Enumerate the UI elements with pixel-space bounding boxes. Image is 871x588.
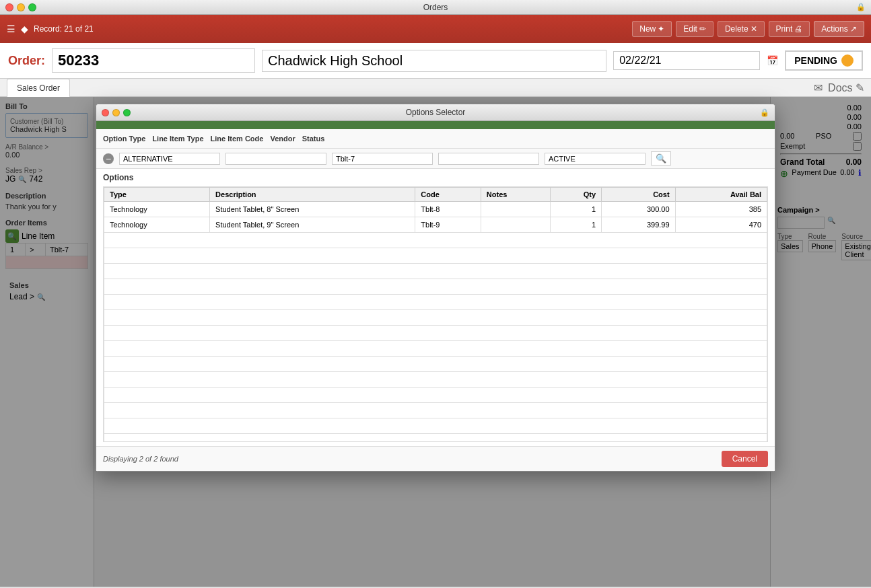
print-button[interactable]: Print 🖨: [769, 21, 810, 37]
option-row[interactable]: Technology Student Tablet, 9" Screen Tbl…: [104, 217, 767, 233]
status-label: PENDING: [794, 55, 837, 66]
tab-icons: ✉ Docs ✎: [814, 81, 864, 94]
order-label: Order:: [8, 54, 45, 68]
options-table-scroll[interactable]: Type Description Code Notes Qty Cost Ava…: [103, 186, 768, 442]
vendor-label: Vendor: [270, 135, 295, 143]
line-item-type-input[interactable]: [225, 153, 326, 165]
notes-header: Notes: [481, 188, 550, 202]
record-info: Record: 21 of 21: [34, 24, 94, 34]
cancel-button[interactable]: Cancel: [722, 451, 768, 467]
delete-label: Delete: [725, 24, 748, 34]
status-badge: PENDING: [785, 50, 863, 71]
opt-description: Student Tablet, 9" Screen: [210, 217, 415, 233]
order-number[interactable]: [52, 48, 255, 73]
order-header: Order: 📅 PENDING: [0, 43, 871, 79]
remove-filter-icon[interactable]: −: [103, 153, 114, 164]
opt-cost: 399.99: [602, 217, 676, 233]
modal-buttons: [102, 109, 131, 116]
filter-search-button[interactable]: 🔍: [651, 151, 671, 166]
nav-arrow-icon[interactable]: ◆: [21, 24, 28, 34]
modal-overlay: Options Selector 🔒 Option Type Line Item…: [0, 97, 871, 587]
options-title: Options: [103, 173, 768, 182]
new-icon: ✦: [658, 24, 664, 34]
email-icon[interactable]: ✉: [814, 81, 823, 94]
empty-row: [104, 372, 767, 388]
calendar-icon[interactable]: 📅: [767, 55, 778, 66]
opt-notes: [481, 202, 550, 217]
options-table: Type Description Code Notes Qty Cost Ava…: [104, 187, 767, 442]
line-item-code-input[interactable]: [332, 153, 433, 165]
cost-header: Cost: [602, 188, 676, 202]
avail-bal-header: Avail Bal: [675, 188, 767, 202]
vendor-input[interactable]: [438, 153, 539, 165]
empty-row: [104, 357, 767, 372]
docs-icon[interactable]: Docs ✎: [828, 81, 864, 94]
modal-filter-row: Option Type Line Item Type Line Item Cod…: [96, 129, 775, 149]
empty-row: [104, 434, 767, 443]
empty-row: [104, 388, 767, 403]
toolbar-left: ☰ ◆ Record: 21 of 21: [7, 24, 94, 34]
modal-close-btn[interactable]: [102, 109, 109, 116]
maximize-btn[interactable]: [28, 3, 36, 11]
modal-max-btn[interactable]: [123, 109, 131, 116]
delete-icon: ✕: [751, 24, 757, 34]
status-label: Status: [302, 135, 325, 143]
new-label: New: [639, 24, 656, 34]
opt-type: Technology: [104, 202, 210, 217]
empty-row: [104, 279, 767, 295]
empty-row: [104, 295, 767, 310]
customer-name-input[interactable]: [262, 50, 606, 72]
option-type-label: Option Type: [103, 135, 145, 143]
tabs-row: Sales Order ✉ Docs ✎: [0, 79, 871, 97]
toolbar-right: New ✦ Edit ✏ Delete ✕ Print 🖨 Actions ↗: [632, 21, 864, 37]
vendor-filter: Vendor: [270, 135, 295, 143]
empty-row: [104, 326, 767, 341]
edit-button[interactable]: Edit ✏: [676, 21, 713, 37]
menu-icon[interactable]: ☰: [7, 24, 15, 34]
status-filter: Status: [302, 135, 325, 143]
opt-code: Tblt-9: [415, 217, 481, 233]
print-label: Print: [776, 24, 793, 34]
empty-row: [104, 233, 767, 248]
modal-min-btn[interactable]: [112, 109, 120, 116]
opt-notes: [481, 217, 550, 233]
modal-titlebar: Options Selector 🔒: [96, 104, 775, 121]
close-btn[interactable]: [5, 3, 13, 11]
line-item-code-label: Line Item Code: [211, 135, 264, 143]
actions-button[interactable]: Actions ↗: [814, 21, 864, 37]
empty-row: [104, 264, 767, 279]
main-content: Bill To Customer (Bill To) Chadwick High…: [0, 97, 871, 587]
code-header: Code: [415, 188, 481, 202]
toolbar: ☰ ◆ Record: 21 of 21 New ✦ Edit ✏ Delete…: [0, 15, 871, 43]
titlebar: Orders 🔒: [0, 0, 871, 15]
empty-row: [104, 341, 767, 357]
status-dot: [841, 54, 853, 67]
status-input[interactable]: [545, 153, 646, 165]
options-tbody: Technology Student Tablet, 8" Screen Tbl…: [104, 202, 767, 443]
description-header: Description: [210, 188, 415, 202]
opt-cost: 300.00: [602, 202, 676, 217]
line-item-type-label: Line Item Type: [152, 135, 203, 143]
minimize-btn[interactable]: [17, 3, 25, 11]
new-button[interactable]: New ✦: [632, 21, 672, 37]
tab-sales-order[interactable]: Sales Order: [7, 79, 70, 97]
footer-count: Displaying 2 of 2 found: [103, 455, 178, 463]
filter-values-row: − 🔍: [96, 149, 775, 169]
opt-code: Tblt-8: [415, 202, 481, 217]
actions-icon: ↗: [850, 24, 857, 34]
actions-label: Actions: [821, 24, 847, 34]
empty-row: [104, 248, 767, 264]
option-type-input[interactable]: [119, 153, 220, 165]
delete-button[interactable]: Delete ✕: [718, 21, 765, 37]
option-row[interactable]: Technology Student Tablet, 8" Screen Tbl…: [104, 202, 767, 217]
opt-description: Student Tablet, 8" Screen: [210, 202, 415, 217]
modal-footer: Displaying 2 of 2 found Cancel: [96, 446, 775, 471]
empty-row: [104, 403, 767, 418]
line-item-code-filter: Line Item Code: [211, 135, 264, 143]
titlebar-buttons: [5, 3, 36, 11]
type-header: Type: [104, 188, 210, 202]
order-date-input[interactable]: [613, 51, 760, 70]
opt-qty: 1: [550, 202, 601, 217]
options-table-header: Type Description Code Notes Qty Cost Ava…: [104, 188, 767, 202]
empty-row: [104, 310, 767, 326]
